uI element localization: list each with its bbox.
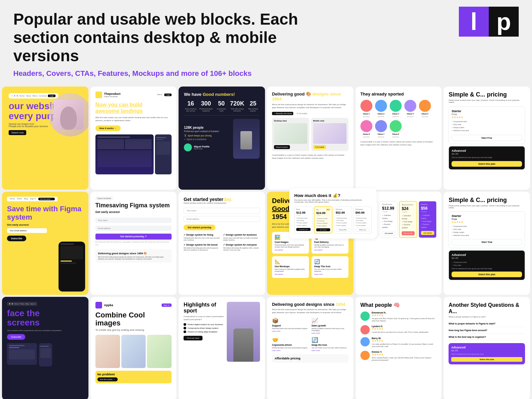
plan-cta-btn[interactable]: Select this plan	[451, 357, 522, 362]
stat-num: 300	[199, 100, 212, 107]
card3-title: We have Good numbers!	[184, 92, 260, 97]
card15-cta-btn[interactable]: Find out more	[184, 336, 202, 340]
avatar-4	[404, 100, 416, 112]
card8-form: Get started yesterday ↗	[95, 216, 172, 240]
card14-signin-btn[interactable]: Sign In	[162, 303, 172, 307]
big-business-btn[interactable]: Get our trial	[402, 231, 414, 235]
feature-everyone: ✓ Design system for everyone We believe …	[223, 244, 260, 251]
plan2-name: Advanced	[452, 253, 522, 257]
plan-cta-btn[interactable]: Start Free	[452, 135, 522, 141]
card12-body: Paste some screens from your app / produ…	[449, 205, 525, 209]
noprob-title: No problem!	[97, 373, 170, 376]
card8-subtitle: Get early access!	[95, 210, 172, 214]
faq-item-1: What is proper behavior in Figma to star…	[449, 320, 525, 327]
logo-p-block: p	[489, 7, 519, 37]
premium-btn[interactable]: Get started	[421, 231, 434, 235]
card17-title: What people 🧠	[360, 302, 437, 308]
logo-p-letter: p	[496, 10, 511, 34]
delivering-body: We're the first multi-purpose design kit…	[98, 256, 169, 260]
person-role: Sport coach	[194, 148, 209, 150]
screenshots-grid: Home About Menu Contacts Login our websi…	[0, 85, 532, 399]
card4-action-btn[interactable]: Detach instance	[274, 145, 290, 149]
stat-projects: 25 Best working projects	[246, 100, 260, 112]
plan-name: Starter	[452, 109, 522, 113]
card17-reviews-list: Emmanuel K. ★★★★★ You guys rock! Best. P…	[360, 311, 437, 362]
card4-tab1[interactable]: → Beautify this block	[272, 112, 293, 115]
card16-body: We're the first multi-purpose design kit…	[272, 308, 348, 314]
stat-num: 720K	[230, 100, 244, 107]
card9-cta-btn[interactable]: Get started yesterday	[184, 225, 215, 230]
plan-items: ✓ Components drive✓ Only scale✓ Design s…	[452, 225, 522, 237]
card3-stats: 16 Years of work at your service 300 Pro…	[184, 100, 260, 112]
header: Popular and usable web blocks. Each sect…	[0, 0, 532, 85]
nav-login-btn[interactable]: Login	[48, 95, 55, 97]
enterprise-grab-btn[interactable]: Grab it now	[355, 228, 370, 232]
card13-subscribe-btn[interactable]: Subscribe	[7, 334, 25, 340]
card14-img2	[121, 335, 146, 368]
nav-label: Home	[19, 95, 25, 97]
card10-features: 🖼️ Cool Images Delivering faster and mor…	[272, 232, 348, 278]
plan-small: Small team $12.99 / month ✓ Unlimited ho…	[380, 201, 398, 238]
plan2-name: Advanced	[452, 149, 522, 152]
card7-subscribe-btn[interactable]: Subscribe	[7, 236, 26, 241]
review-barry: Barry W. ★★★★★ I am really satisfied wit…	[360, 337, 437, 348]
card7-phone-mockup	[59, 242, 85, 292]
card7-email-input[interactable]: Your email address	[7, 228, 47, 233]
stat-label: Total sales during interaction	[230, 108, 244, 112]
card2-mobile-screen	[155, 134, 172, 174]
plan-cta[interactable]: Start Trial	[452, 239, 522, 245]
plan-title: Advanced	[451, 346, 522, 349]
page-subtitle: Headers, Covers, CTAs, Features, Mockups…	[13, 69, 313, 78]
card14-images	[95, 335, 172, 368]
card2-header: Theproduct Figma template Menu Login	[95, 92, 172, 98]
nav-cta[interactable]: Into the action →	[38, 198, 55, 200]
card2-login-btn[interactable]: Login	[164, 94, 172, 96]
card8-email-input[interactable]	[95, 226, 172, 231]
plan-premium2: Premium $52.99 / month • Unlimited hosti…	[334, 206, 352, 234]
logo: l p	[459, 7, 519, 37]
card9-title: Get started yesterday.	[184, 197, 260, 202]
premium-choose-btn[interactable]: Choose Plan	[336, 228, 350, 232]
feature-boost: ✓ Design system for the boost We believe…	[184, 244, 220, 251]
card9-name-input[interactable]	[184, 208, 260, 214]
card-faq-styled: Another Styled Questions & A... What is …	[444, 297, 530, 399]
logo-l-letter: l	[470, 10, 477, 34]
card14-noprob-block: No problem! Into the action →	[95, 371, 172, 383]
card8-submit-btn[interactable]: Get started yesterday ↗	[95, 234, 172, 240]
nav-dot	[9, 303, 10, 304]
page-title: Popular and usable web blocks. Each sect…	[13, 10, 313, 65]
plan2-cta-btn[interactable]: Select this plan	[452, 161, 522, 167]
card4-tab2[interactable]: To fit mobile	[295, 112, 309, 115]
card4-description: Customizable is a way to inherit custom …	[272, 154, 348, 160]
plan-enterprise: Enterprise $90.99 / month • Unlimited ho…	[353, 206, 372, 234]
card2-cta-btn[interactable]: How it works →	[95, 125, 121, 131]
faq-item-2: How long has Figma been around?	[449, 327, 525, 334]
plan2-cta[interactable]: Select this plan	[452, 272, 522, 277]
card1-cta-btn[interactable]: Search now	[9, 130, 26, 135]
card14-title: Combine Cool images	[95, 311, 172, 327]
card4-mobile-btn[interactable]: To fit mobile	[313, 145, 326, 149]
nav-label: About	[26, 95, 31, 97]
sport-check1: 🏋️ Sport keeps you strong	[184, 134, 230, 137]
card8-name-input[interactable]	[95, 218, 172, 223]
small-team-btn[interactable]: Get started	[382, 231, 395, 236]
card9-subtitle: Figma landing system for creative entrep…	[184, 202, 260, 204]
card13-title: face thescreens	[7, 308, 83, 327]
card16-features: 📦 Support Delivering faster and more per…	[272, 317, 348, 351]
plan2-price: $4.95	[452, 257, 522, 260]
noprob-btn[interactable]: Into the action →	[97, 377, 118, 381]
card2-hero: Now you can build awesome landings	[95, 101, 172, 114]
check-2: Components-driven design system	[184, 327, 225, 329]
card9-email-input[interactable]	[184, 216, 260, 222]
feat-swap: 🔄 Swap the Icon You can rotate to any ic…	[312, 337, 348, 351]
card18-title: Another Styled Questions & A...	[449, 302, 525, 314]
feature-business: ✓ Design system for business Grows space…	[223, 234, 260, 241]
feat-support: 📦 Support Delivering faster and more per…	[272, 317, 309, 334]
best-started-btn[interactable]: Get started	[316, 228, 330, 231]
nav-dot	[17, 95, 18, 97]
card2-body: With this web system you can create perf…	[95, 116, 172, 122]
plan-price: Free	[452, 218, 522, 221]
basic-purchase-btn[interactable]: Purchase now	[296, 228, 311, 231]
card2-brand-name: Theproduct	[104, 92, 121, 96]
pricing-plans-grid: Basic $12.99 / month • Unlimited hosting…	[294, 206, 372, 234]
